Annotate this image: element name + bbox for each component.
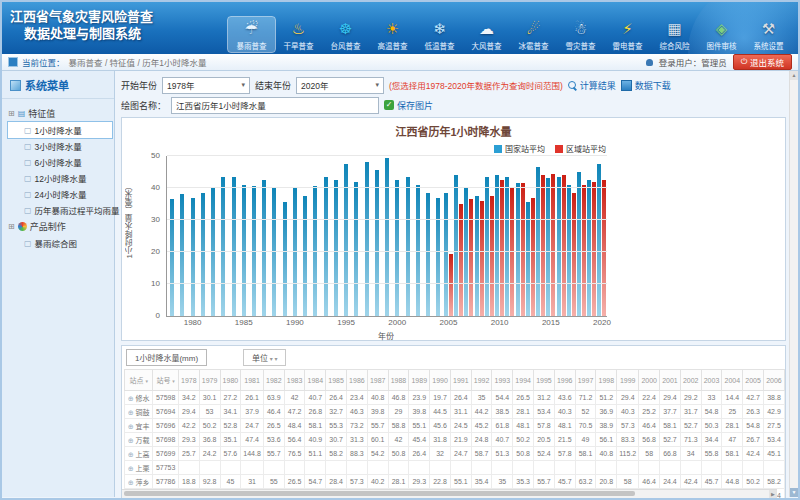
column-header-year[interactable]: 2001 xyxy=(660,370,681,391)
start-year-value: 1978年 xyxy=(167,79,194,91)
column-header-year[interactable]: 2004 xyxy=(722,370,743,391)
expand-row-icon[interactable]: ⊕ xyxy=(128,479,134,486)
column-header-year[interactable]: 1996 xyxy=(554,370,575,391)
column-header-year[interactable]: 1985 xyxy=(326,370,347,391)
sidebar-item[interactable]: ▢暴雨综合图 xyxy=(8,235,112,251)
station-name-cell[interactable]: ⊕宜丰 xyxy=(125,419,153,433)
table-row[interactable]: ⊕修水5759834.230.127.226.163.94240.726.423… xyxy=(125,391,785,405)
nav-item-high-temp[interactable]: ☀高温普查 xyxy=(369,17,416,52)
nav-item-drought[interactable]: ♨干旱普查 xyxy=(275,17,322,52)
tree-group-1[interactable]: ⊞产品制作 xyxy=(8,218,112,235)
column-header-year[interactable]: 1987 xyxy=(367,370,388,391)
column-header-year[interactable]: 1994 xyxy=(513,370,534,391)
station-name-cell[interactable]: ⊕铜鼓 xyxy=(125,405,153,419)
expand-icon[interactable]: ⊞ xyxy=(8,222,15,231)
column-header-year[interactable]: 1988 xyxy=(388,370,409,391)
column-header-year[interactable]: 1983 xyxy=(284,370,305,391)
nav-item-typhoon[interactable]: ☸台风普查 xyxy=(322,17,369,52)
scroll-up-arrow[interactable]: ▲ xyxy=(790,71,798,80)
download-button[interactable]: 数据下载 xyxy=(621,79,671,92)
column-header-year[interactable]: 1990 xyxy=(430,370,451,391)
end-year-select[interactable]: 2020年 xyxy=(296,77,384,94)
expand-icon[interactable]: ⊞ xyxy=(8,109,15,118)
nav-item-lightning[interactable]: ⚡雷电普查 xyxy=(604,17,651,52)
table-filter-button[interactable]: 1小时降水量(mm) xyxy=(126,349,207,366)
power-icon: ⏻ xyxy=(741,58,747,66)
table-row[interactable]: ⊕上高5769925.724.257.6144.855.776.551.158.… xyxy=(125,447,785,461)
unit-dropdown[interactable]: 单位 xyxy=(243,349,286,366)
nav-item-hail[interactable]: ☄冰雹普查 xyxy=(510,17,557,52)
nav-item-rainstorm[interactable]: ☔暴雨普查 xyxy=(228,17,275,52)
sidebar-item[interactable]: ▢12小时降水量 xyxy=(8,170,112,186)
sidebar-item[interactable]: ▢1小时降水量 xyxy=(8,122,112,138)
column-header-year[interactable]: 1980 xyxy=(220,370,241,391)
column-header-year[interactable]: 1978 xyxy=(178,370,199,391)
column-header-year[interactable]: 1984 xyxy=(305,370,326,391)
sidebar-item[interactable]: ▢6小时降水量 xyxy=(8,154,112,170)
station-name-cell[interactable]: ⊕万载 xyxy=(125,433,153,447)
column-header-year[interactable]: 2000 xyxy=(639,370,660,391)
nav-item-settings[interactable]: ⚒系统设置 xyxy=(745,17,792,52)
table-row[interactable]: ⊕铜鼓5769429.45334.137.946.447.226.832.746… xyxy=(125,405,785,419)
table-row[interactable]: ⊕宜丰5769642.250.252.824.726.548.458.155.3… xyxy=(125,419,785,433)
column-header-year[interactable]: 1979 xyxy=(199,370,220,391)
table-row[interactable]: ⊕萍乡5778618.892.845315526.554.728.457.340… xyxy=(125,475,785,489)
nav-item-risk[interactable]: ▦综合风险 xyxy=(651,17,698,52)
station-name-cell[interactable]: ⊕上高 xyxy=(125,447,153,461)
nav-item-low-temp[interactable]: ❄低温普查 xyxy=(416,17,463,52)
column-header-year[interactable]: 2006 xyxy=(763,370,784,391)
column-header-year[interactable]: 2005 xyxy=(743,370,764,391)
start-year-select[interactable]: 1978年 xyxy=(162,77,250,94)
expand-row-icon[interactable]: ⊕ xyxy=(128,465,134,472)
table-row[interactable]: ⊕上栗57753 xyxy=(125,461,785,475)
table-hscrollbar[interactable]: ▶ xyxy=(122,489,777,498)
legend-item[interactable]: 国家站平均 xyxy=(494,143,545,154)
column-header-year[interactable]: 1981 xyxy=(241,370,264,391)
nav-item-snow[interactable]: ☃雪灾普查 xyxy=(557,17,604,52)
expand-row-icon[interactable]: ⊕ xyxy=(128,409,134,416)
hscroll-thumb[interactable] xyxy=(124,491,635,496)
bar-group xyxy=(454,156,464,316)
station-name-cell[interactable]: ⊕萍乡 xyxy=(125,475,153,489)
expand-row-icon[interactable]: ⊕ xyxy=(128,437,134,444)
nav-item-wind[interactable]: ☁大风普查 xyxy=(463,17,510,52)
scroll-down-arrow[interactable]: ▼ xyxy=(790,488,798,497)
legend-item[interactable]: 区域站平均 xyxy=(555,143,606,154)
breadcrumb[interactable]: 暴雨普查 / 特征值 / 历年1小时降水量 xyxy=(69,56,207,68)
column-header-year[interactable]: 2003 xyxy=(701,370,722,391)
save-image-button[interactable]: ✓ 保存图片 xyxy=(384,99,433,112)
expand-row-icon[interactable]: ⊕ xyxy=(128,423,134,430)
value-cell: 57.8 xyxy=(534,419,555,433)
plot-name-input[interactable]: 江西省历年1小时降水量 xyxy=(171,97,379,114)
expand-row-icon[interactable]: ⊕ xyxy=(128,451,134,458)
station-name-cell[interactable]: ⊕修水 xyxy=(125,391,153,405)
logout-button[interactable]: ⏻ 退出系统 xyxy=(733,54,792,70)
column-header-year[interactable]: 1991 xyxy=(450,370,471,391)
tree-group-0[interactable]: ⊞▤特征值 xyxy=(8,105,112,122)
column-header-year[interactable]: 1998 xyxy=(596,370,617,391)
table-row[interactable]: ⊕万载5769829.336.835.147.453.656.440.930.7… xyxy=(125,433,785,447)
column-header-year[interactable]: 1989 xyxy=(409,370,430,391)
expand-row-icon[interactable]: ⊕ xyxy=(128,395,134,402)
column-header-year[interactable]: 1999 xyxy=(617,370,639,391)
user-bar: 登录用户：管理员 ⏻ 退出系统 xyxy=(646,54,792,70)
content-vscrollbar[interactable]: ▲ ▼ xyxy=(789,71,798,497)
hscroll-right-arrow[interactable]: ▶ xyxy=(769,490,777,498)
sidebar-item[interactable]: ▢3小时降水量 xyxy=(8,138,112,154)
column-header-year[interactable]: 1982 xyxy=(263,370,284,391)
station-name-cell[interactable]: ⊕上栗 xyxy=(125,461,153,475)
column-header-year[interactable]: 1995 xyxy=(534,370,555,391)
column-header-year[interactable]: 2002 xyxy=(680,370,701,391)
column-header-id[interactable]: 站号 ▾ xyxy=(153,370,179,391)
column-header-year[interactable]: 1992 xyxy=(471,370,492,391)
column-header-year[interactable]: 1997 xyxy=(575,370,596,391)
value-cell: 55.3 xyxy=(326,419,347,433)
column-header-station[interactable]: 站点 ▾ xyxy=(125,370,153,391)
sidebar-item[interactable]: ▢24小时降水量 xyxy=(8,186,112,202)
data-table: 站点 ▾站号 ▾19781979198019811982198319841985… xyxy=(124,369,785,499)
column-header-year[interactable]: 1993 xyxy=(492,370,513,391)
column-header-year[interactable]: 1986 xyxy=(347,370,368,391)
sidebar-item[interactable]: ▢历年暴雨过程平均雨量 xyxy=(8,202,112,218)
calculate-button[interactable]: 计算结果 xyxy=(568,79,616,92)
nav-item-map-review[interactable]: ◈图件审核 xyxy=(698,17,745,52)
